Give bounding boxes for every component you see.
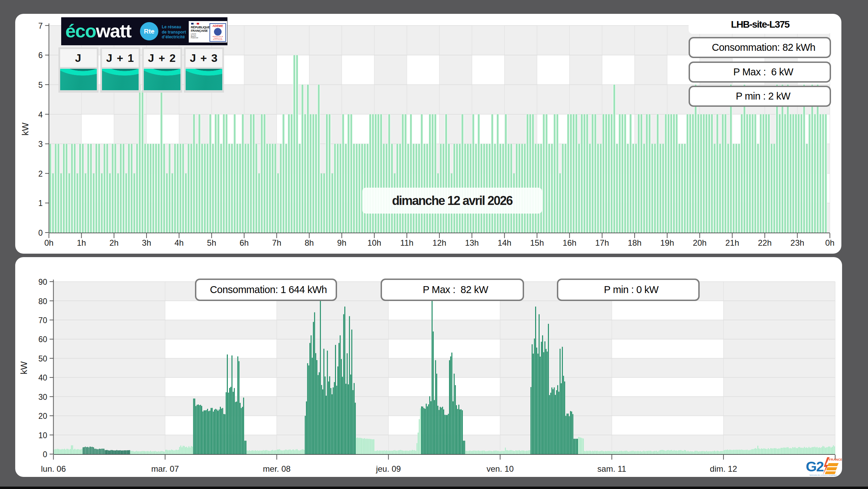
svg-text:15h: 15h (530, 238, 544, 247)
svg-text:20h: 20h (693, 238, 707, 247)
svg-text:lun. 06: lun. 06 (41, 464, 66, 473)
svg-text:14h: 14h (497, 238, 511, 247)
svg-text:7h: 7h (272, 238, 281, 247)
svg-text:30: 30 (38, 393, 47, 402)
svg-text:FRANCE: FRANCE (829, 458, 842, 461)
svg-text:6: 6 (38, 51, 43, 60)
svg-text:8h: 8h (305, 238, 314, 247)
svg-text:80: 80 (38, 297, 47, 306)
svg-text:5h: 5h (207, 238, 216, 247)
svg-text:19h: 19h (660, 238, 674, 247)
svg-text:sam. 11: sam. 11 (597, 464, 626, 473)
svg-text:20: 20 (38, 412, 47, 421)
svg-text:0h: 0h (44, 238, 54, 247)
svg-text:4h: 4h (175, 238, 184, 247)
svg-text:12h: 12h (432, 238, 446, 247)
svg-text:1h: 1h (77, 238, 86, 247)
svg-text:0h: 0h (825, 238, 834, 247)
svg-text:10h: 10h (367, 238, 381, 247)
svg-text:70: 70 (38, 316, 47, 325)
svg-text:9h: 9h (337, 238, 346, 247)
svg-text:1: 1 (38, 199, 43, 208)
svg-text:kW: kW (19, 361, 29, 374)
svg-text:21h: 21h (725, 238, 739, 247)
svg-text:jeu. 09: jeu. 09 (376, 464, 401, 473)
svg-text:7: 7 (38, 21, 43, 30)
svg-text:10: 10 (38, 431, 47, 440)
svg-text:22h: 22h (758, 238, 772, 247)
svg-text:G2: G2 (806, 459, 824, 474)
svg-text:2h: 2h (109, 238, 119, 247)
svg-text:50: 50 (38, 354, 47, 363)
svg-text:40: 40 (38, 373, 47, 382)
svg-text:60: 60 (38, 335, 47, 344)
svg-text:ven. 10: ven. 10 (486, 464, 514, 473)
svg-text:mer. 08: mer. 08 (263, 464, 291, 473)
svg-text:3: 3 (38, 140, 43, 149)
svg-text:11h: 11h (400, 238, 413, 247)
svg-text:Optimisation des ressources én: Optimisation des ressources énergétiques (809, 474, 837, 476)
svg-text:23h: 23h (791, 238, 804, 247)
svg-text:16h: 16h (563, 238, 577, 247)
svg-text:dim. 12: dim. 12 (710, 464, 737, 473)
svg-text:90: 90 (38, 278, 47, 286)
svg-text:13h: 13h (465, 238, 479, 247)
svg-text:kW: kW (20, 122, 30, 135)
svg-text:4: 4 (38, 110, 43, 119)
svg-text:3h: 3h (142, 238, 151, 247)
svg-text:5: 5 (38, 81, 43, 90)
svg-text:17h: 17h (595, 238, 609, 247)
svg-text:6h: 6h (240, 238, 249, 247)
svg-text:mar. 07: mar. 07 (151, 464, 179, 473)
svg-text:2: 2 (38, 169, 43, 178)
svg-text:0: 0 (38, 228, 43, 237)
svg-text:0: 0 (43, 450, 47, 459)
svg-text:18h: 18h (628, 238, 642, 247)
